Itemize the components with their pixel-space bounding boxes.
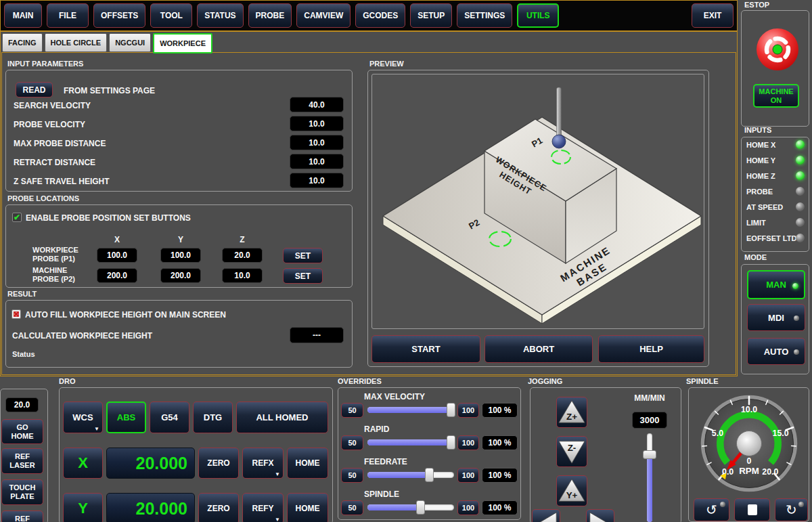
refx-label: REFX xyxy=(252,458,273,468)
max-velocity-max-button[interactable]: 100 xyxy=(457,403,479,418)
p2-x-field[interactable]: 200.0 xyxy=(97,268,137,283)
go-home-button[interactable]: GO HOME xyxy=(1,419,43,444)
read-caption: FROM SETTINGS PAGE xyxy=(64,86,155,95)
menu-probe[interactable]: PROBE xyxy=(248,3,292,28)
menu-setup[interactable]: SETUP xyxy=(410,3,452,28)
dtg-button[interactable]: DTG xyxy=(193,401,233,433)
menu-camview[interactable]: CAMVIEW xyxy=(296,3,351,28)
g54-button[interactable]: G54 xyxy=(150,401,189,433)
p2-set-button[interactable]: SET xyxy=(283,268,323,284)
slider-handle[interactable] xyxy=(643,450,656,459)
rapid-max-button[interactable]: 100 xyxy=(457,435,479,450)
p2-z-field[interactable]: 10.0 xyxy=(222,268,263,283)
refy-dropdown[interactable]: REFY ▼ xyxy=(242,493,284,522)
slider-handle[interactable] xyxy=(447,403,455,417)
touch-plate-button[interactable]: TOUCH PLATE xyxy=(1,479,43,505)
feedrate-slider[interactable] xyxy=(367,468,454,482)
spindle-ovr-max-button[interactable]: 100 xyxy=(457,500,479,515)
all-homed-button[interactable]: ALL HOMED xyxy=(236,401,328,433)
mode-auto-button[interactable]: AUTO xyxy=(747,338,805,365)
input-at-speed-led xyxy=(796,202,805,211)
enable-probe-set-checkbox[interactable]: ✔ xyxy=(12,213,22,222)
p2-row-label: MACHINE PROBE (P2) xyxy=(32,266,75,283)
menu-utils[interactable]: UTILS xyxy=(517,3,559,28)
search-velocity-field[interactable]: 40.0 xyxy=(290,97,344,112)
menu-offsets[interactable]: OFFSETS xyxy=(93,3,145,28)
estop-button[interactable] xyxy=(754,26,801,73)
tab-hole-circle[interactable]: HOLE CIRCLE xyxy=(45,33,108,52)
start-button[interactable]: START xyxy=(371,335,480,363)
jog-rate-slider[interactable] xyxy=(641,433,658,522)
spindle-ovr-slider[interactable] xyxy=(367,500,454,515)
machine-on-button[interactable]: MACHINE ON xyxy=(753,84,799,108)
abort-button[interactable]: ABORT xyxy=(484,335,593,363)
spindle-reverse-button[interactable]: ↺ xyxy=(694,498,729,521)
home-y-button[interactable]: HOME xyxy=(287,493,328,522)
input-home-z-label: HOME Z xyxy=(746,172,775,180)
jog-y-plus-button[interactable]: Y+ xyxy=(556,475,587,506)
enable-probe-set-label: ENABLE PROBE POSITION SET BUTTONS xyxy=(26,213,191,223)
tab-workpiece[interactable]: WORKPIECE xyxy=(153,33,212,53)
jog-rate-entry[interactable]: 3000 xyxy=(632,412,667,429)
refx-dropdown[interactable]: REFX ▼ xyxy=(242,448,284,479)
ref-laser-button[interactable]: REF LASER xyxy=(1,448,43,474)
help-button[interactable]: HELP xyxy=(598,335,704,363)
jog-z-plus-button[interactable]: Z+ xyxy=(556,397,587,428)
max-velocity-min-button[interactable]: 50 xyxy=(341,403,363,418)
rapid-min-button[interactable]: 50 xyxy=(341,435,363,450)
axis-y-button[interactable]: Y xyxy=(63,493,103,522)
slider-handle[interactable] xyxy=(447,435,455,450)
menu-settings[interactable]: SETTINGS xyxy=(457,3,512,28)
max-velocity-slider[interactable] xyxy=(367,403,454,417)
autofill-checkbox[interactable]: ✖ xyxy=(12,309,21,319)
retract-distance-field[interactable]: 10.0 xyxy=(290,154,344,169)
touch-height-entry[interactable]: 20.0 xyxy=(5,397,39,412)
slider-handle[interactable] xyxy=(425,468,434,482)
svg-text:20.0: 20.0 xyxy=(762,467,778,477)
menu-gcodes[interactable]: GCODES xyxy=(355,3,405,28)
z-safe-height-field[interactable]: 10.0 xyxy=(290,173,344,188)
spindle-ovr-min-button[interactable]: 50 xyxy=(341,500,363,515)
jog-x-minus-button[interactable] xyxy=(532,509,560,522)
zero-y-button[interactable]: ZERO xyxy=(198,493,239,522)
mode-mdi-button[interactable]: MDI xyxy=(747,304,805,331)
home-x-button[interactable]: HOME xyxy=(287,448,328,479)
wcs-dropdown[interactable]: WCS ▼ xyxy=(63,401,103,433)
exit-button[interactable]: EXIT xyxy=(692,3,734,28)
jog-z-minus-button[interactable]: Z- xyxy=(556,436,587,467)
tab-ngcgui[interactable]: NGCGUI xyxy=(109,33,151,52)
jog-x-plus-button[interactable] xyxy=(586,509,614,522)
slider-fill xyxy=(367,504,421,510)
jog-rate-unit-label: MM/MIN xyxy=(628,393,671,403)
p2-y-field[interactable]: 200.0 xyxy=(160,268,201,283)
max-probe-distance-field[interactable]: 10.0 xyxy=(290,135,344,150)
menu-tool[interactable]: TOOL xyxy=(150,3,192,28)
param-label: Z SAFE TRAVEL HEIGHT xyxy=(14,177,110,186)
p1-set-button[interactable]: SET xyxy=(283,248,323,263)
zero-x-button[interactable]: ZERO xyxy=(198,448,239,479)
p1-x-field[interactable]: 100.0 xyxy=(97,248,137,263)
read-button[interactable]: READ xyxy=(16,82,53,97)
input-home-x-label: HOME X xyxy=(746,141,775,149)
rapid-slider[interactable] xyxy=(367,435,454,450)
axis-x-button[interactable]: X xyxy=(63,448,103,479)
menu-main[interactable]: MAIN xyxy=(4,3,42,28)
feedrate-min-button[interactable]: 50 xyxy=(341,468,363,483)
spindle-forward-button[interactable]: ↻ xyxy=(775,498,808,521)
spindle-stop-button[interactable] xyxy=(734,498,770,521)
qtdragon-utils-screen: MAIN FILE OFFSETS TOOL STATUS PROBE CAMV… xyxy=(0,0,812,522)
feedrate-max-button[interactable]: 100 xyxy=(457,468,479,483)
probe-velocity-field[interactable]: 10.0 xyxy=(290,116,344,131)
slider-handle[interactable] xyxy=(416,500,425,515)
p1-y-field[interactable]: 100.0 xyxy=(160,248,201,263)
abs-button[interactable]: ABS xyxy=(106,401,146,433)
menu-status[interactable]: STATUS xyxy=(197,3,243,28)
mode-man-button[interactable]: MAN xyxy=(747,270,805,299)
column-header-y: Y xyxy=(160,235,201,244)
ref-button[interactable]: REF xyxy=(1,510,43,522)
input-eoffset-ltd-led xyxy=(796,234,805,242)
menu-file[interactable]: FILE xyxy=(47,3,89,28)
p1-z-field[interactable]: 20.0 xyxy=(222,248,263,263)
tab-facing[interactable]: FACING xyxy=(2,33,43,52)
utils-tab-bar: FACING HOLE CIRCLE NGCGUI WORKPIECE xyxy=(2,33,212,53)
